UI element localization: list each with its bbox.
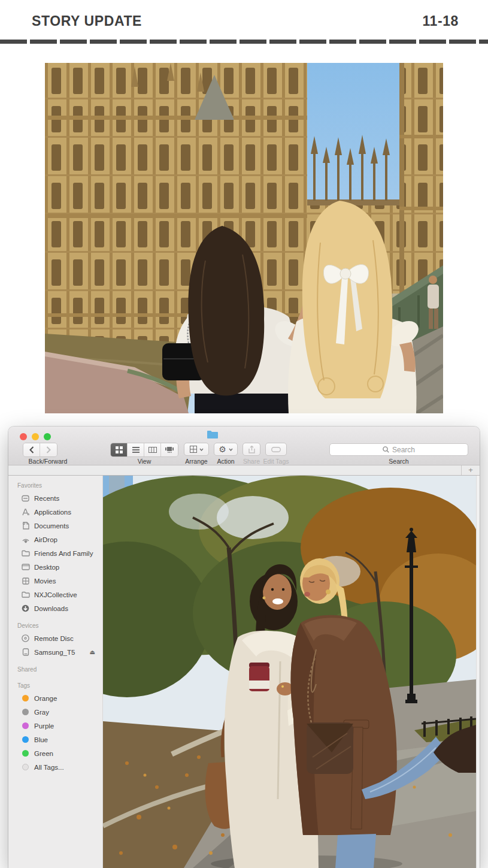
tag-color-dot [22,764,29,770]
sidebar-item-airdrop[interactable]: AirDrop [8,533,102,546]
sidebar-item-movies[interactable]: Movies [8,574,102,588]
new-tab-button[interactable]: + [461,465,480,475]
tag-icon [271,447,281,452]
finder-content [103,476,480,868]
tag-color-dot [22,750,29,757]
share-button[interactable] [243,443,260,456]
folder-icon [207,430,219,439]
desktop-icon [21,563,30,571]
arrange-button[interactable] [184,443,209,456]
disc-icon [21,634,30,642]
tag-color-dot [22,736,29,743]
sidebar-item-nxjcollective[interactable]: NXJCollective [8,588,102,601]
folder-icon [21,549,30,557]
tag-color-dot [22,695,29,701]
finder-sidebar: Favorites Recents Applications Documents… [8,476,103,868]
view-label: View [110,458,178,465]
sidebar-tag-all-tags[interactable]: All Tags... [8,760,102,774]
story-date: 11-18 [422,13,459,29]
sidebar-item-recents[interactable]: Recents [8,491,102,505]
tag-color-dot [22,722,29,729]
documents-icon [21,522,30,530]
tab-bar[interactable]: + [8,465,480,476]
recents-icon [21,494,30,502]
airdrop-icon [21,536,30,543]
story-photo-westminster [45,63,443,413]
applications-icon [21,508,30,516]
section-title-devices: Devices [8,622,102,629]
section-title-shared: Shared [8,666,102,673]
back-forward-group [23,443,57,457]
sidebar-item-friends-and-family[interactable]: Friends And Family [8,546,102,560]
minimize-button[interactable] [32,433,39,440]
share-icon [248,446,255,453]
action-button[interactable]: ⚙ [214,443,238,456]
gear-icon: ⚙ [219,445,226,453]
gallery-view-button[interactable] [161,443,178,456]
sidebar-item-documents[interactable]: Documents [8,519,102,533]
sidebar-item-downloads[interactable]: Downloads [8,601,102,615]
scrollbar[interactable] [476,476,480,868]
finder-content-photo-park [103,476,476,868]
edit-tags-button[interactable] [265,443,287,456]
sidebar-tag-gray[interactable]: Gray [8,705,102,719]
tag-color-dot [22,709,29,715]
zoom-button[interactable] [44,433,51,440]
sidebar-tag-green[interactable]: Green [8,746,102,760]
sidebar-item-applications[interactable]: Applications [8,505,102,519]
forward-button[interactable] [40,443,57,456]
back-forward-label: Back/Forward [14,458,81,465]
search-icon [383,446,389,453]
finder-toolbar: Back/Forward View [8,427,480,465]
sidebar-tag-blue[interactable]: Blue [8,733,102,746]
sidebar-item-desktop[interactable]: Desktop [8,560,102,574]
section-title-tags: Tags [8,682,102,689]
back-button[interactable] [23,443,40,456]
page-title: STORY UPDATE [32,13,142,29]
sidebar-tag-orange[interactable]: Orange [8,691,102,705]
sidebar-item-samsung-t5[interactable]: Samsung_T5 ⏏ [8,645,102,659]
column-view-button[interactable] [144,443,161,456]
edit-tags-label: Edit Tags [258,458,294,465]
movies-icon [21,577,30,585]
story-page: STORY UPDATE 11-18 [0,0,488,868]
folder-icon [21,591,30,598]
close-button[interactable] [20,433,27,440]
sidebar-tag-purple[interactable]: Purple [8,719,102,733]
view-group [110,443,178,457]
external-drive-icon [21,648,30,656]
search-input[interactable]: Search [329,443,468,456]
eject-button[interactable]: ⏏ [90,649,95,655]
search-label: Search [329,458,468,465]
finder-window: Back/Forward View [8,427,480,868]
filmstrip-divider [0,40,488,44]
sidebar-item-remote-disc[interactable]: Remote Disc [8,631,102,645]
downloads-icon [21,604,30,612]
search-placeholder: Search [392,446,415,454]
section-title-favorites: Favorites [8,482,102,489]
list-view-button[interactable] [128,443,144,456]
icon-view-button[interactable] [111,443,128,456]
